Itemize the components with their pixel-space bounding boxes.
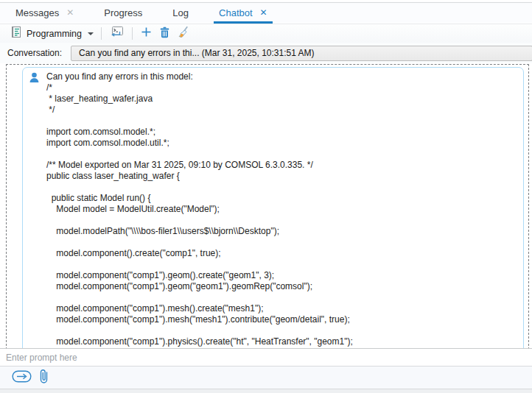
- tab-label: Messages: [15, 7, 59, 18]
- clear-conversation-button[interactable]: [174, 24, 193, 43]
- chatbot-toolbar: Programming: [0, 24, 532, 43]
- chevron-down-icon: [88, 32, 94, 35]
- message-text: Can you find any errors in this model: /…: [46, 71, 516, 347]
- tab-messages[interactable]: Messages ✕: [10, 1, 79, 24]
- tab-progress[interactable]: Progress: [99, 1, 147, 24]
- tab-label: Progress: [104, 7, 142, 18]
- mode-label: Programming: [27, 29, 82, 39]
- prompt-row: [0, 348, 532, 366]
- close-icon[interactable]: ✕: [260, 8, 267, 17]
- tab-label: Log: [172, 7, 189, 18]
- tab-bar: Messages ✕ Progress Log Chatbot ✕: [0, 0, 532, 24]
- conversation-label: Conversation:: [7, 48, 62, 58]
- programming-mode-button[interactable]: Programming: [7, 24, 97, 43]
- close-icon[interactable]: ✕: [66, 8, 74, 17]
- chat-transcript: Can you find any errors in this model: /…: [0, 63, 532, 348]
- toolbar-separator: [132, 27, 133, 40]
- user-message: Can you find any errors in this model: /…: [22, 67, 524, 348]
- script-icon: [10, 26, 22, 41]
- delete-conversation-button[interactable]: [155, 25, 174, 43]
- attach-button[interactable]: [39, 369, 49, 387]
- chatbot-panel: Messages ✕ Progress Log Chatbot ✕: [0, 0, 532, 393]
- broom-icon: [178, 26, 189, 41]
- new-conversation-button[interactable]: [137, 25, 155, 42]
- run-in-console-button[interactable]: [106, 24, 127, 43]
- status-strip: [0, 389, 532, 393]
- conversation-select[interactable]: Can you find any errors in thi... (Mar 3…: [71, 46, 532, 61]
- prompt-actions: [0, 366, 532, 389]
- prompt-input[interactable]: [0, 349, 532, 366]
- tab-label: Chatbot: [219, 7, 253, 18]
- user-avatar-icon: [29, 72, 40, 87]
- toolbar-separator: [101, 27, 102, 40]
- tab-chatbot[interactable]: Chatbot ✕: [214, 1, 273, 24]
- tab-log[interactable]: Log: [167, 1, 194, 24]
- send-button[interactable]: [12, 370, 32, 386]
- console-icon: [110, 26, 124, 41]
- trash-icon: [159, 26, 170, 41]
- paperclip-icon: [39, 369, 49, 387]
- conversation-selected-value: Can you find any errors in thi... (Mar 3…: [79, 48, 315, 58]
- plus-icon: [141, 26, 152, 40]
- conversation-bar: Conversation: Can you find any errors in…: [0, 43, 532, 63]
- send-icon: [12, 370, 32, 386]
